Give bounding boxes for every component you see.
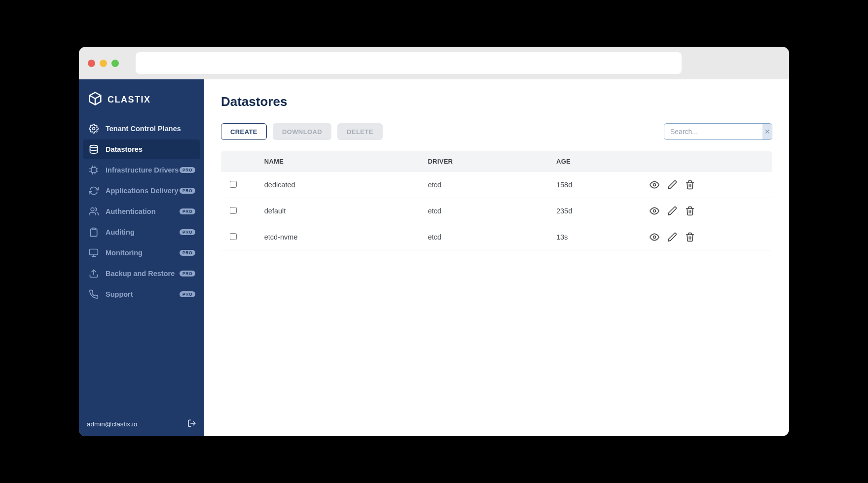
svg-rect-3 [91, 168, 96, 172]
pencil-icon [667, 180, 677, 190]
trash-icon [685, 206, 695, 216]
cell-age: 158d [550, 172, 644, 198]
delete-row-button[interactable] [685, 180, 695, 190]
sidebar-item-label: Infrastructure Drivers [106, 166, 179, 174]
svg-rect-14 [90, 249, 98, 255]
svg-point-19 [653, 184, 656, 186]
svg-point-2 [90, 145, 98, 148]
row-checkbox[interactable] [230, 207, 237, 214]
search-input[interactable] [664, 124, 762, 139]
brand[interactable]: CLASTIX [79, 79, 204, 117]
sidebar-item-datastores[interactable]: Datastores [83, 139, 200, 159]
svg-point-12 [91, 208, 94, 211]
trash-icon [685, 180, 695, 190]
logout-icon[interactable] [187, 419, 196, 429]
sidebar-item-label: Backup and Restore [106, 270, 175, 277]
close-window[interactable] [88, 60, 95, 67]
search: ✕ [664, 123, 772, 140]
pencil-icon [667, 206, 677, 216]
row-actions [650, 206, 766, 216]
toolbar: CREATE DOWNLOAD DELETE ✕ [221, 123, 772, 140]
sidebar-item-tenant-control-planes[interactable]: Tenant Control Planes [83, 119, 200, 138]
cell-age: 235d [550, 198, 644, 224]
sidebar-item-label: Monitoring [106, 249, 143, 257]
row-actions [650, 232, 766, 242]
pro-badge: PRO [180, 188, 195, 194]
sidebar-item-label: Tenant Control Planes [106, 125, 181, 133]
edit-button[interactable] [667, 180, 677, 190]
database-icon [89, 144, 99, 154]
sidebar-item-auditing[interactable]: AuditingPRO [83, 222, 200, 242]
brand-logo-icon [88, 91, 103, 108]
page-title: Datastores [221, 94, 772, 109]
delete-row-button[interactable] [685, 206, 695, 216]
edit-button[interactable] [667, 206, 677, 216]
address-bar[interactable] [136, 52, 682, 74]
row-checkbox[interactable] [230, 181, 237, 188]
sidebar-item-applications-delivery[interactable]: Applications DeliveryPRO [83, 181, 200, 201]
eye-icon [650, 232, 659, 242]
view-button[interactable] [650, 180, 659, 190]
chip-icon [89, 165, 99, 175]
minimize-window[interactable] [100, 60, 107, 67]
datastores-table: NAME DRIVER AGE dedicatedetcd158ddefault… [221, 151, 772, 250]
row-checkbox[interactable] [230, 233, 237, 240]
delete-button: DELETE [337, 123, 383, 140]
view-button[interactable] [650, 232, 659, 242]
sidebar-item-infrastructure-drivers[interactable]: Infrastructure DriversPRO [83, 160, 200, 180]
table-body: dedicatedetcd158ddefaultetcd235detcd-nvm… [221, 172, 772, 250]
cell-age: 13s [550, 224, 644, 250]
cell-name: default [258, 198, 422, 224]
cell-driver: etcd [422, 198, 550, 224]
sidebar-item-label: Datastores [106, 145, 143, 153]
sidebar-item-backup-and-restore[interactable]: Backup and RestorePRO [83, 264, 200, 283]
create-button[interactable]: CREATE [221, 123, 267, 140]
eye-icon [650, 180, 659, 190]
sidebar-footer: admin@clastix.io [79, 412, 204, 436]
sidebar-item-label: Applications Delivery [106, 187, 178, 195]
table-row: etcd-nvmeetcd13s [221, 224, 772, 250]
upload-icon [89, 269, 99, 278]
sidebar-item-monitoring[interactable]: MonitoringPRO [83, 243, 200, 263]
table-header: NAME DRIVER AGE [221, 151, 772, 172]
pro-badge: PRO [180, 250, 195, 256]
gear-icon [89, 124, 99, 134]
main: Datastores CREATE DOWNLOAD DELETE ✕ [204, 79, 789, 436]
brand-name: CLASTIX [108, 95, 151, 105]
edit-button[interactable] [667, 232, 677, 242]
svg-point-20 [653, 210, 656, 212]
sidebar-item-authentication[interactable]: AuthenticationPRO [83, 202, 200, 221]
window-controls [88, 60, 119, 67]
current-user: admin@clastix.io [87, 420, 137, 428]
close-icon: ✕ [764, 128, 770, 136]
download-button: DOWNLOAD [273, 123, 331, 140]
clipboard-icon [89, 227, 99, 237]
sidebar-item-label: Authentication [106, 207, 156, 215]
pro-badge: PRO [180, 291, 195, 297]
col-checkbox [221, 151, 258, 172]
eye-icon [650, 206, 659, 216]
cell-driver: etcd [422, 224, 550, 250]
monitor-icon [89, 248, 99, 258]
sidebar-nav: Tenant Control PlanesDatastoresInfrastru… [79, 117, 204, 306]
trash-icon [685, 232, 695, 242]
app-window: CLASTIX Tenant Control PlanesDatastoresI… [79, 47, 789, 436]
pro-badge: PRO [180, 271, 195, 276]
sidebar: CLASTIX Tenant Control PlanesDatastoresI… [79, 79, 204, 436]
col-name[interactable]: NAME [258, 151, 422, 172]
maximize-window[interactable] [111, 60, 119, 67]
sidebar-item-label: Auditing [106, 228, 135, 236]
pro-badge: PRO [180, 167, 195, 173]
users-icon [89, 207, 99, 216]
delete-row-button[interactable] [685, 232, 695, 242]
table-row: dedicatedetcd158d [221, 172, 772, 198]
cell-name: etcd-nvme [258, 224, 422, 250]
pencil-icon [667, 232, 677, 242]
search-clear-button[interactable]: ✕ [762, 124, 772, 139]
svg-rect-13 [92, 228, 96, 230]
col-driver[interactable]: DRIVER [422, 151, 550, 172]
col-age[interactable]: AGE [550, 151, 644, 172]
svg-point-21 [653, 236, 656, 239]
sidebar-item-support[interactable]: SupportPRO [83, 284, 200, 304]
view-button[interactable] [650, 206, 659, 216]
